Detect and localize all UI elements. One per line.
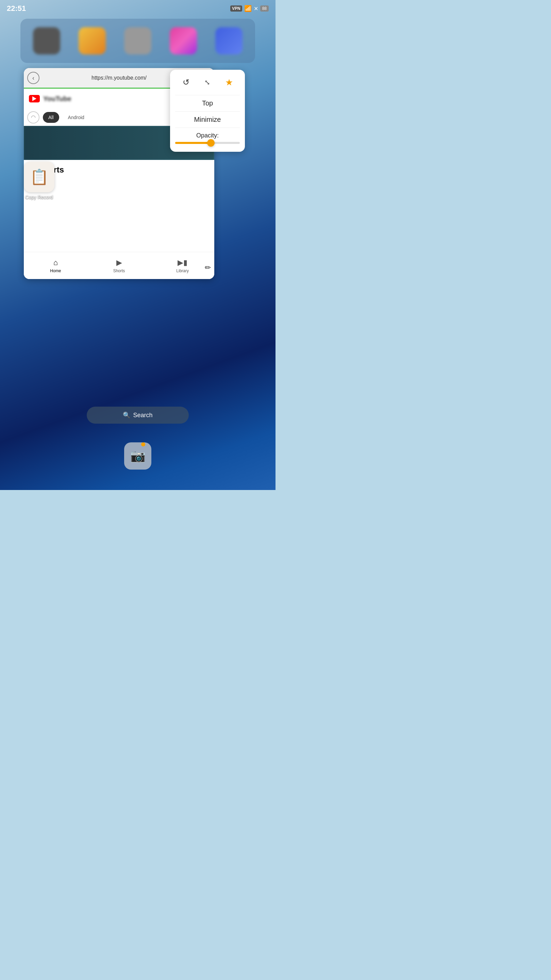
library-icon: ▶▮ — [178, 258, 187, 267]
tab-all[interactable]: All — [43, 112, 59, 123]
compress-button[interactable]: ⤡ — [200, 75, 215, 90]
status-time: 22:51 — [7, 4, 26, 13]
status-bar: 22:51 VPN 📶 ✕ 88 — [0, 0, 275, 17]
shorts-nav-icon: ▶ — [116, 258, 122, 267]
camera-dot — [141, 442, 145, 447]
slider-thumb[interactable] — [207, 139, 214, 147]
popup-menu: ↺ ⤡ ★ Top Minimize Opacity: — [170, 70, 245, 152]
opacity-row: Opacity: — [175, 129, 240, 147]
divider-2 — [175, 111, 240, 111]
wifi-icon: 📶 — [244, 5, 252, 12]
home-label: Home — [50, 269, 61, 273]
dock-icon-4[interactable] — [170, 27, 197, 54]
copy-record-icon-bg: 📋 — [24, 162, 54, 192]
nav-home[interactable]: ⌂ Home — [24, 258, 87, 273]
favorite-button[interactable]: ★ — [221, 75, 237, 90]
edit-icon[interactable]: ✏ — [205, 263, 211, 272]
search-label: Search — [133, 412, 152, 419]
dock-icon-2[interactable] — [79, 27, 106, 54]
copy-record-app[interactable]: 📋 Copy Record — [24, 162, 54, 200]
dock-icon-3[interactable] — [124, 27, 151, 54]
youtube-bottom-nav: ⌂ Home ▶ Shorts ▶▮ Library ✏ — [24, 252, 214, 279]
shorts-nav-label: Shorts — [113, 269, 125, 273]
copy-record-icon-image: 📋 — [30, 168, 49, 186]
slider-fill — [175, 142, 211, 144]
back-button[interactable]: ‹ — [27, 72, 40, 84]
home-icon: ⌂ — [53, 258, 58, 267]
camera-dock[interactable]: 📷 — [124, 442, 151, 469]
youtube-play-icon — [32, 96, 37, 101]
dock-icon-1[interactable] — [33, 27, 60, 54]
nav-shorts[interactable]: ▶ Shorts — [87, 258, 151, 273]
compass-icon[interactable]: ◠ — [27, 111, 40, 124]
dock-icon-5[interactable] — [215, 27, 243, 54]
search-bar[interactable]: 🔍 Search — [87, 407, 189, 424]
refresh-button[interactable]: ↺ — [179, 75, 194, 90]
divider-3 — [175, 127, 240, 128]
top-dock — [21, 19, 255, 63]
top-menu-item[interactable]: Top — [175, 97, 240, 110]
copy-record-label: Copy Record — [25, 194, 53, 200]
battery-icon: 88 — [260, 5, 269, 11]
popup-icons-row: ↺ ⤡ ★ — [175, 75, 240, 90]
x-icon: ✕ — [254, 5, 258, 12]
vpn-badge: VPN — [230, 5, 242, 11]
camera-icon: 📷 — [130, 449, 146, 463]
youtube-logo-red — [29, 95, 40, 102]
library-label: Library — [176, 269, 189, 273]
search-icon: 🔍 — [123, 411, 130, 419]
youtube-logo-text: YouTube — [43, 95, 71, 103]
tab-android[interactable]: Android — [63, 112, 90, 123]
status-icons: VPN 📶 ✕ 88 — [230, 5, 269, 12]
opacity-slider[interactable] — [175, 142, 240, 144]
opacity-label: Opacity: — [175, 132, 240, 139]
minimize-menu-item[interactable]: Minimize — [175, 113, 240, 126]
